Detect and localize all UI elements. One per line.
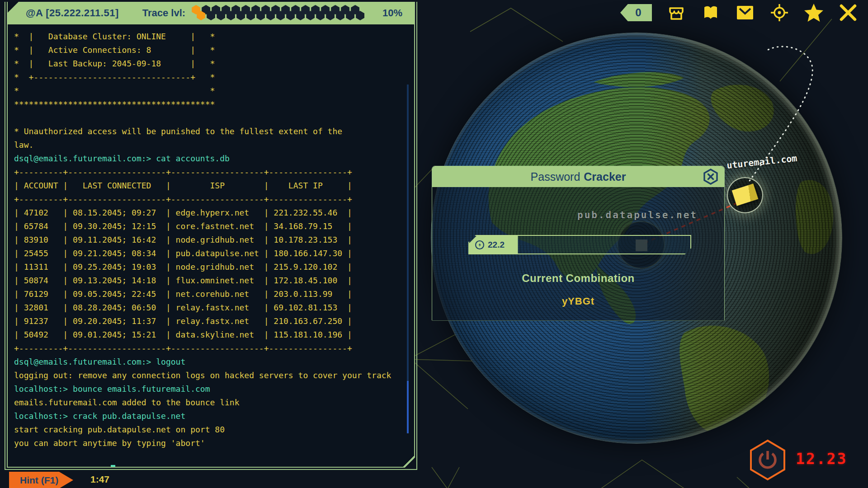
dialog-title: Password	[531, 170, 580, 183]
trace-hex	[266, 11, 275, 20]
terminal-line: dsql@emails.futuremail.com:> cat account…	[14, 152, 405, 165]
terminal-line: logging out: remove any connection logs …	[14, 369, 405, 382]
terminal-line: | 32801 | 08.28.2045; 06:50 | relay.fast…	[14, 301, 405, 314]
terminal-line: emails.futuremail.com added to the bounc…	[14, 396, 405, 409]
toolbar: 0	[620, 4, 858, 22]
terminal-line: localhost:> crack pub.datapulse.net	[14, 409, 405, 423]
terminal: @A [25.222.211.51] Trace lvl: 10% * | Da…	[7, 2, 415, 468]
trace-hex	[306, 11, 315, 20]
connection-title: @A [25.222.211.51]	[26, 7, 119, 19]
trace-hex	[286, 11, 295, 20]
password-cracker-dialog: Password Cracker 22.2 Current Combinatio…	[432, 166, 725, 321]
terminal-line: * Unauthorized access will be punished t…	[14, 125, 405, 138]
badge-count: 0	[635, 6, 641, 19]
terminal-line: dsql@emails.futuremail.com:> logout	[14, 355, 405, 369]
terminal-body[interactable]: * | Database Cluster: ONLINE | ** | Acti…	[8, 24, 414, 467]
trace-hex	[207, 11, 215, 20]
terminal-corner-fold	[403, 456, 415, 468]
terminal-prompt-line[interactable]: localhost:>	[14, 450, 405, 464]
trace-hex	[226, 11, 235, 20]
label-pub-datapulse: pub.datapulse.net	[577, 210, 698, 221]
trace-hex	[296, 11, 305, 20]
shop-icon[interactable]	[666, 4, 686, 22]
terminal-line: * | Database Cluster: ONLINE | *	[14, 30, 405, 43]
terminal-line: | 25455 | 09.21.2045; 08:34 | pub.datapu…	[14, 247, 405, 260]
terminal-line: | 47102 | 08.15.2045; 09:27 | edge.hyper…	[14, 206, 405, 220]
dialog-title-bold: Cracker	[584, 170, 626, 183]
crack-progress-bar: 22.2	[468, 235, 691, 254]
trace-hex	[256, 11, 265, 20]
terminal-cursor	[111, 465, 115, 467]
trace-hex-active	[197, 11, 205, 20]
terminal-line: +---------+--------------------+--------…	[14, 342, 405, 355]
terminal-line: * | Active Connections: 8 | *	[14, 43, 405, 57]
dialog-header[interactable]: Password Cracker	[432, 166, 724, 187]
trace-level-meter	[192, 3, 374, 23]
trace-hex	[346, 11, 354, 20]
terminal-line: +---------+--------------------+--------…	[14, 165, 405, 179]
terminal-window: @A [25.222.211.51] Trace lvl: 10% * | Da…	[5, 2, 417, 470]
combination-label: Current Combination	[432, 272, 724, 285]
exit-icon[interactable]	[838, 4, 858, 22]
terminal-line: | 91237 | 09.20.2045; 11:37 | relay.fast…	[14, 314, 405, 328]
terminal-line: * *	[14, 84, 405, 98]
mail-icon[interactable]	[735, 4, 755, 22]
power-button[interactable]	[747, 439, 788, 481]
trace-hex	[236, 11, 245, 20]
notification-badge[interactable]: 0	[620, 4, 652, 21]
trace-percent: 10%	[382, 7, 402, 19]
terminal-line	[14, 111, 405, 125]
trace-hex	[336, 11, 344, 20]
dialog-body: 22.2 Current Combination yYBGt	[432, 187, 724, 321]
trace-hex	[246, 11, 255, 20]
terminal-line: | 76129 | 09.05.2045; 22:45 | net.corehu…	[14, 287, 405, 301]
trace-hex	[217, 11, 225, 20]
crack-progress-value: 22.2	[488, 240, 505, 250]
terminal-line: | 65784 | 09.30.2045; 12:15 | core.fastn…	[14, 220, 405, 233]
terminal-line: | 50874 | 09.13.2045; 14:18 | flux.omnin…	[14, 274, 405, 287]
terminal-line: | 11311 | 09.25.2045; 19:03 | node.gridh…	[14, 260, 405, 274]
trace-hex	[326, 11, 335, 20]
book-icon[interactable]	[701, 4, 721, 22]
trace-hex	[356, 11, 364, 20]
trace-hex-row-bottom	[197, 11, 364, 20]
trace-hex	[316, 11, 325, 20]
terminal-line: ****************************************…	[14, 98, 405, 111]
countdown-timer: 1:47	[90, 474, 109, 485]
terminal-line: | 50492 | 09.01.2045; 15:21 | data.skyli…	[14, 328, 405, 342]
terminal-line: you can abort anytime by typing 'abort'	[14, 436, 405, 450]
terminal-prompt: localhost:>	[53, 465, 107, 467]
trace-hex	[276, 11, 285, 20]
terminal-line: start cracking pub.datapulse.net on port…	[14, 423, 405, 436]
terminal-scrollbar-thumb[interactable]	[407, 381, 409, 433]
energy-icon	[475, 240, 485, 250]
terminal-line: +---------+--------------------+--------…	[14, 192, 405, 206]
hint-label: Hint (F1)	[20, 475, 58, 486]
terminal-line: * +--------------------------------+ *	[14, 70, 405, 84]
trace-level-label: Trace lvl:	[142, 7, 185, 19]
terminal-line: localhost:> bounce emails.futuremail.com	[14, 382, 405, 396]
star-icon[interactable]	[804, 4, 824, 22]
close-icon[interactable]	[703, 169, 719, 185]
crack-progress-fill: 22.2	[469, 236, 518, 253]
terminal-line: | 83910 | 09.11.2045; 16:42 | node.gridh…	[14, 233, 405, 247]
terminal-header: @A [25.222.211.51] Trace lvl: 10%	[8, 2, 414, 24]
session-time: 12.23	[796, 450, 847, 468]
terminal-line: * | Last Backup: 2045-09-18 | *	[14, 57, 405, 70]
terminal-output: * | Database Cluster: ONLINE | ** | Acti…	[14, 30, 405, 450]
crosshair-icon[interactable]	[769, 4, 789, 22]
combination-value: yYBGt	[432, 296, 724, 307]
terminal-line: | ACCOUNT | LAST CONNECTED | ISP | LAST …	[14, 179, 405, 192]
terminal-line: law.	[14, 138, 405, 152]
